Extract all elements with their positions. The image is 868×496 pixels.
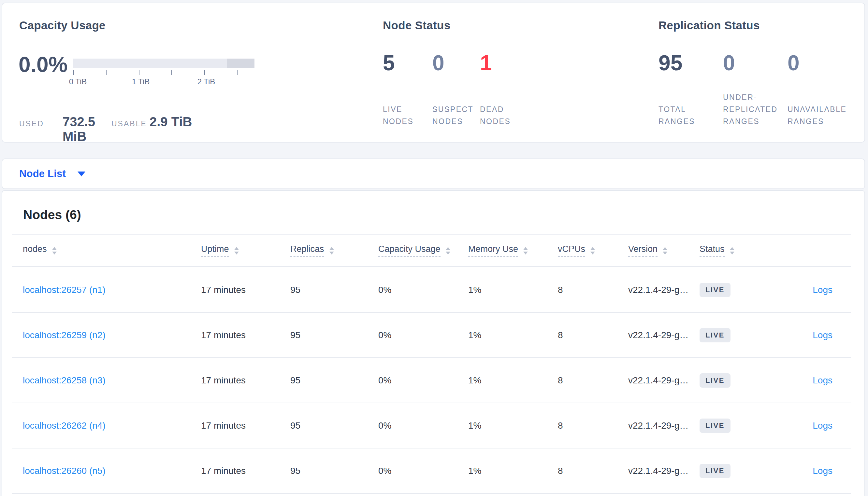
node-address-link[interactable]: localhost:26260 (n5) bbox=[23, 466, 106, 476]
sort-icon[interactable] bbox=[52, 247, 57, 254]
capacity-bar-reserved-segment bbox=[227, 59, 254, 68]
vcpus-cell: 8 bbox=[558, 375, 628, 386]
sort-icon[interactable] bbox=[446, 247, 450, 254]
version-cell: v22.1.4-29-g… bbox=[628, 330, 700, 340]
column-header-vcpus[interactable]: vCPUs bbox=[558, 244, 628, 257]
axis-label-0tib: 0 TiB bbox=[69, 77, 87, 86]
status-badge: LIVE bbox=[700, 373, 731, 388]
node-address-link[interactable]: localhost:26262 (n4) bbox=[23, 420, 106, 431]
nodes-table-card: Nodes (6) nodes Uptime Replicas Capacity… bbox=[2, 190, 865, 496]
total-ranges-label: TOTAL RANGES bbox=[658, 104, 719, 128]
usable-value: 2.9 TiB bbox=[150, 114, 192, 129]
sort-icon[interactable] bbox=[329, 247, 334, 254]
total-ranges-count: 95 bbox=[658, 52, 723, 74]
column-header-nodes[interactable]: nodes bbox=[12, 244, 201, 257]
memory-use-cell: 1% bbox=[468, 420, 558, 431]
logs-link[interactable]: Logs bbox=[813, 466, 833, 476]
under-replicated-ranges-count: 0 bbox=[723, 52, 788, 74]
node-address-link[interactable]: localhost:26258 (n3) bbox=[23, 375, 106, 385]
live-nodes-label: LIVE NODES bbox=[383, 104, 423, 128]
column-header-status[interactable]: Status bbox=[700, 244, 775, 257]
uptime-cell: 17 minutes bbox=[201, 466, 290, 476]
usable-label: USABLE bbox=[111, 120, 150, 128]
memory-use-cell: 1% bbox=[468, 330, 558, 340]
logs-link[interactable]: Logs bbox=[813, 375, 833, 385]
replicas-cell: 95 bbox=[290, 375, 378, 386]
status-cell: LIVE bbox=[700, 464, 775, 478]
capacity-usage-cell: 0% bbox=[378, 466, 468, 476]
vcpus-cell: 8 bbox=[558, 330, 628, 340]
capacity-usage-bar: 0 TiB 1 TiB 2 TiB bbox=[73, 59, 254, 87]
sort-icon[interactable] bbox=[663, 247, 667, 254]
vcpus-cell: 8 bbox=[558, 466, 628, 476]
uptime-cell: 17 minutes bbox=[201, 330, 290, 340]
version-cell: v22.1.4-29-g… bbox=[628, 375, 700, 386]
status-badge: LIVE bbox=[700, 419, 731, 433]
chevron-down-icon[interactable] bbox=[77, 171, 85, 176]
capacity-usage-breakdown: USED 732.5 MiB USABLE 2.9 TiB bbox=[19, 114, 192, 144]
logs-link[interactable]: Logs bbox=[813, 330, 833, 340]
unavailable-ranges-label: UNAVAILABLE RANGES bbox=[788, 104, 848, 128]
nodes-section-heading: Nodes (6) bbox=[23, 208, 81, 222]
capacity-bar-track bbox=[73, 59, 254, 68]
version-cell: v22.1.4-29-g… bbox=[628, 285, 700, 295]
live-nodes-count: 5 bbox=[383, 52, 432, 74]
cluster-overview-summary-card: Capacity Usage 0.0% 0 TiB 1 TiB 2 TiB US… bbox=[2, 3, 865, 142]
column-header-replicas[interactable]: Replicas bbox=[290, 244, 378, 257]
node-status-stats: 5 LIVE NODES 0 SUSPECT NODES 1 DEAD NODE… bbox=[383, 52, 535, 128]
memory-use-cell: 1% bbox=[468, 285, 558, 295]
capacity-usage-cell: 0% bbox=[378, 285, 468, 295]
capacity-axis-labels: 0 TiB 1 TiB 2 TiB bbox=[73, 77, 254, 87]
axis-label-1tib: 1 TiB bbox=[132, 77, 150, 86]
capacity-usage-cell: 0% bbox=[378, 330, 468, 340]
memory-use-cell: 1% bbox=[468, 375, 558, 386]
under-replicated-ranges-label: UNDER-REPLICATED RANGES bbox=[723, 91, 783, 128]
status-cell: LIVE bbox=[700, 283, 775, 297]
node-address-link[interactable]: localhost:26259 (n2) bbox=[23, 330, 106, 340]
suspect-nodes-stat: 0 SUSPECT NODES bbox=[432, 52, 480, 128]
column-header-memory-use[interactable]: Memory Use bbox=[468, 244, 558, 257]
axis-label-2tib: 2 TiB bbox=[197, 77, 215, 86]
logs-link[interactable]: Logs bbox=[813, 285, 833, 295]
column-header-uptime[interactable]: Uptime bbox=[201, 244, 290, 257]
status-badge: LIVE bbox=[700, 464, 731, 478]
capacity-axis-ticks bbox=[73, 70, 254, 75]
sort-icon[interactable] bbox=[590, 247, 595, 254]
suspect-nodes-label: SUSPECT NODES bbox=[432, 104, 473, 128]
column-header-capacity-usage[interactable]: Capacity Usage bbox=[378, 244, 468, 257]
replication-status-title: Replication Status bbox=[658, 19, 760, 32]
version-cell: v22.1.4-29-g… bbox=[628, 420, 700, 431]
nodes-table-body: localhost:26257 (n1) 17 minutes 95 0% 1%… bbox=[12, 267, 851, 494]
dead-nodes-count: 1 bbox=[480, 52, 535, 74]
used-label: USED bbox=[19, 120, 62, 128]
node-address-link[interactable]: localhost:26257 (n1) bbox=[23, 285, 106, 295]
uptime-cell: 17 minutes bbox=[201, 420, 290, 431]
unavailable-ranges-count: 0 bbox=[788, 52, 852, 74]
capacity-usage-cell: 0% bbox=[378, 375, 468, 386]
nodes-table-header: nodes Uptime Replicas Capacity Usage Mem… bbox=[12, 234, 851, 267]
table-row: localhost:26259 (n2) 17 minutes 95 0% 1%… bbox=[12, 313, 851, 358]
uptime-cell: 17 minutes bbox=[201, 285, 290, 295]
replicas-cell: 95 bbox=[290, 285, 378, 295]
status-badge: LIVE bbox=[700, 328, 731, 342]
column-header-version[interactable]: Version bbox=[628, 244, 700, 257]
node-list-dropdown[interactable]: Node List bbox=[19, 168, 66, 180]
status-cell: LIVE bbox=[700, 373, 775, 388]
sort-icon[interactable] bbox=[730, 247, 734, 254]
status-cell: LIVE bbox=[700, 328, 775, 342]
table-row: localhost:26257 (n1) 17 minutes 95 0% 1%… bbox=[12, 267, 851, 313]
vcpus-cell: 8 bbox=[558, 285, 628, 295]
sort-icon[interactable] bbox=[234, 247, 239, 254]
dead-nodes-stat: 1 DEAD NODES bbox=[480, 52, 535, 128]
total-ranges-stat: 95 TOTAL RANGES bbox=[658, 52, 723, 128]
table-row: localhost:26260 (n5) 17 minutes 95 0% 1%… bbox=[12, 449, 851, 494]
replication-status-stats: 95 TOTAL RANGES 0 UNDER-REPLICATED RANGE… bbox=[658, 52, 852, 128]
status-badge: LIVE bbox=[700, 283, 731, 297]
logs-link[interactable]: Logs bbox=[813, 420, 833, 431]
sort-icon[interactable] bbox=[523, 247, 528, 254]
used-value: 732.5 MiB bbox=[62, 114, 111, 144]
replicas-cell: 95 bbox=[290, 420, 378, 431]
table-row: localhost:26262 (n4) 17 minutes 95 0% 1%… bbox=[12, 403, 851, 449]
replicas-cell: 95 bbox=[290, 330, 378, 340]
dead-nodes-label: DEAD NODES bbox=[480, 104, 521, 128]
